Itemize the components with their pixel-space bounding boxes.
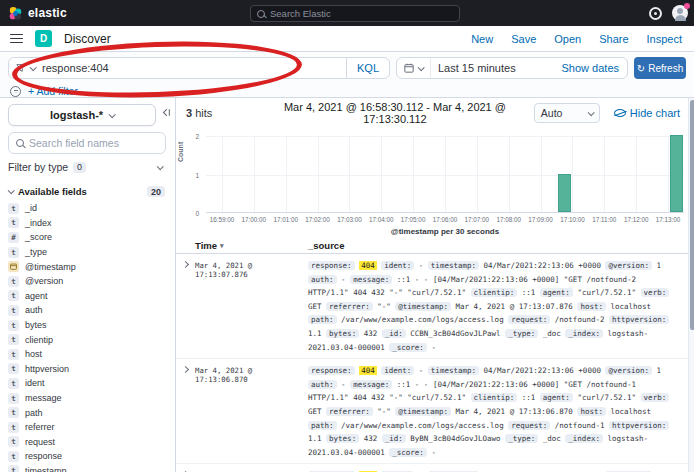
index-pattern-select[interactable]: logstash-*	[8, 104, 156, 126]
help-icon[interactable]	[649, 7, 662, 20]
field-item-@timestamp[interactable]: @timestamp	[8, 259, 167, 274]
field-badge: referrer:	[326, 407, 373, 416]
y-tick: 1	[195, 171, 199, 178]
collapse-sidebar-icon[interactable]	[161, 108, 171, 117]
nav-action-new[interactable]: New	[471, 33, 493, 45]
field-badge: timestamp:	[428, 366, 479, 375]
field-badge: response:	[308, 261, 355, 270]
string-field-icon: t	[8, 217, 19, 228]
histogram-bar-17:13:00[interactable]	[670, 135, 683, 212]
expand-row-icon[interactable]	[176, 364, 195, 459]
field-badge: _id:	[382, 434, 406, 443]
field-badge: bytes:	[326, 434, 359, 443]
hide-chart-button[interactable]: Hide chart	[614, 107, 680, 119]
doc-time-cell: Mar 4, 2021 @ 17:13:06.870	[195, 364, 308, 459]
field-badge: _type:	[505, 329, 538, 338]
field-item-message[interactable]: tmessage	[8, 391, 167, 406]
field-name: _type	[25, 247, 47, 257]
chevron-down-icon	[8, 187, 15, 194]
menu-icon[interactable]	[10, 31, 23, 45]
field-badge: host:	[577, 302, 606, 311]
y-tick: 2	[195, 133, 199, 140]
x-tick: 17:02:00	[305, 216, 330, 223]
saved-query-menu-button[interactable]	[9, 58, 42, 78]
fields-list: t_idt_index#_scoret_type@timestampt@vers…	[8, 201, 167, 472]
date-quick-menu-button[interactable]	[397, 58, 431, 78]
vertical-scrollbar[interactable]	[688, 98, 694, 472]
chart-plot-area[interactable]	[206, 136, 684, 213]
field-item-ident[interactable]: tident	[8, 376, 167, 391]
string-field-icon: t	[8, 422, 19, 433]
query-input[interactable]: response:404 KQL	[8, 57, 390, 79]
field-item-_score[interactable]: #_score	[8, 230, 167, 245]
add-filter-button[interactable]: + Add filter	[28, 85, 78, 97]
nav-action-open[interactable]: Open	[554, 33, 581, 45]
nav-action-share[interactable]: Share	[599, 33, 628, 45]
field-badge: ident:	[381, 366, 414, 375]
available-fields-header[interactable]: Available fields 20	[8, 186, 167, 197]
query-language-button[interactable]: KQL	[346, 58, 389, 78]
field-badge: _index:	[565, 329, 603, 338]
field-item-referrer[interactable]: treferrer	[8, 420, 167, 435]
field-item-clientip[interactable]: tclientip	[8, 332, 167, 347]
filter-settings-icon[interactable]	[10, 86, 21, 97]
field-name: response	[25, 451, 62, 461]
discover-app-badge[interactable]: D	[35, 30, 52, 47]
global-search-input[interactable]: Search Elastic	[250, 5, 460, 22]
number-field-icon: #	[8, 232, 19, 243]
field-item-_index[interactable]: t_index	[8, 216, 167, 231]
scrollbar-thumb[interactable]	[690, 100, 694, 330]
field-badge: response:	[308, 366, 355, 375]
field-item-host[interactable]: thost	[8, 347, 167, 362]
expand-row-icon[interactable]	[176, 259, 195, 354]
x-tick: 17:08:00	[496, 216, 521, 223]
field-badge: path:	[308, 315, 337, 324]
field-badge: request:	[508, 315, 550, 324]
time-range-value[interactable]: Last 15 minutes	[431, 62, 516, 74]
field-item-@version[interactable]: t@version	[8, 274, 167, 289]
field-item-httpversion[interactable]: thttpversion	[8, 362, 167, 377]
nav-action-save[interactable]: Save	[511, 33, 536, 45]
field-item-request[interactable]: trequest	[8, 435, 167, 450]
nav-action-inspect[interactable]: Inspect	[647, 33, 682, 45]
histogram-chart[interactable]: Count 012 16:59:0017:00:0017:01:0017:02:…	[176, 128, 688, 236]
date-picker[interactable]: Last 15 minutes Show dates	[396, 57, 628, 79]
field-name: @timestamp	[25, 262, 76, 272]
field-search-input[interactable]: Search field names	[8, 132, 166, 154]
field-item-agent[interactable]: tagent	[8, 289, 167, 304]
field-badge: @version:	[605, 261, 652, 270]
interval-select[interactable]: Auto	[534, 103, 600, 123]
filter-by-type-toggle[interactable]: Filter by type 0	[8, 161, 166, 173]
field-item-timestamp[interactable]: ttimestamp	[8, 464, 167, 472]
field-badge: agent:	[540, 288, 573, 297]
time-column-header[interactable]: Time ▾	[176, 240, 308, 251]
field-badge: _index:	[565, 434, 603, 443]
nav-actions: NewSaveOpenShareInspect	[471, 33, 694, 45]
chevron-down-icon	[30, 64, 37, 71]
y-axis-ticks: 012	[176, 136, 202, 213]
app-navbar: D Discover NewSaveOpenShareInspect	[0, 26, 694, 52]
x-tick: 17:13:00	[656, 216, 681, 223]
show-dates-button[interactable]: Show dates	[562, 62, 627, 74]
refresh-button[interactable]: ↻ Refresh	[634, 57, 686, 79]
string-field-icon: t	[8, 334, 19, 345]
field-name: message	[25, 393, 62, 403]
chevron-down-icon	[418, 64, 425, 71]
refresh-icon: ↻	[637, 63, 645, 74]
field-item-bytes[interactable]: tbytes	[8, 318, 167, 333]
field-item-response[interactable]: tresponse	[8, 449, 167, 464]
x-tick: 16:59:00	[210, 216, 235, 223]
field-item-_type[interactable]: t_type	[8, 245, 167, 260]
elastic-logo: elastic	[0, 6, 67, 21]
query-text[interactable]: response:404	[42, 62, 346, 74]
histogram-bar-17:09:30[interactable]	[558, 174, 571, 213]
string-field-icon: t	[8, 276, 19, 287]
field-item-_id[interactable]: t_id	[8, 201, 167, 216]
x-tick: 17:04:00	[369, 216, 394, 223]
x-axis-title: @timestamp per 30 seconds	[206, 227, 684, 236]
table-row: Mar 4, 2021 @ 17:13:07.876response: 404 …	[176, 254, 688, 359]
field-item-auth[interactable]: tauth	[8, 303, 167, 318]
x-tick: 17:07:00	[465, 216, 490, 223]
user-avatar[interactable]	[672, 5, 688, 21]
field-item-path[interactable]: tpath	[8, 405, 167, 420]
